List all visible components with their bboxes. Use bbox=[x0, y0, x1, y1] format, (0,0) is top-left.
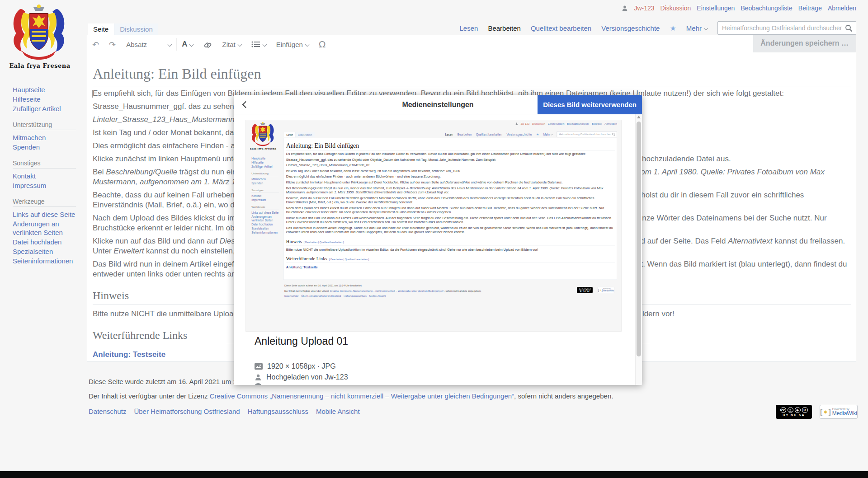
chevron-down-icon bbox=[168, 42, 172, 47]
image-preview[interactable]: Eala frya Fresena HauptseiteHilfeseiteZu… bbox=[245, 120, 622, 332]
use-this-image-button[interactable]: Dieses Bild weiterverwenden bbox=[538, 95, 642, 114]
footer-link[interactable]: Haftungsausschluss bbox=[248, 408, 308, 415]
chevron-down-icon bbox=[237, 42, 242, 47]
tab-more[interactable]: Mehr bbox=[686, 24, 708, 32]
bottom-black-bar bbox=[0, 471, 868, 478]
sidebar-item[interactable]: Sonstiges bbox=[13, 159, 76, 169]
license-row-clipped bbox=[255, 383, 262, 385]
mini-sidebar-item: Werkzeuge bbox=[251, 205, 279, 209]
mini-view-tabs: Lesen Bearbeiten Quelltext bearbeiten Ve… bbox=[445, 131, 617, 137]
mini-sidebar-item: Sonstiges bbox=[251, 189, 279, 193]
user-icon bbox=[622, 5, 628, 11]
user-talk-link[interactable]: Diskussion bbox=[660, 5, 691, 12]
license-link[interactable]: Creative Commons „Namensnennung – nicht … bbox=[210, 392, 514, 400]
license-globe-icon bbox=[255, 383, 262, 385]
redo-button[interactable]: ↷ bbox=[104, 35, 121, 54]
mediawiki-badge[interactable]: [ ] Powered ByMediaWiki bbox=[820, 405, 858, 419]
sidebar-item[interactable]: Spenden bbox=[13, 142, 80, 152]
sidebar-item[interactable]: Kontakt bbox=[13, 171, 80, 181]
mini-cc-badge: cc$↺ BY NC SA bbox=[577, 287, 593, 293]
mini-paragraph: Nach dem Upload des Bildes klickst du im… bbox=[286, 206, 615, 215]
link-button[interactable] bbox=[198, 35, 217, 54]
mini-search-input bbox=[557, 131, 617, 137]
link-icon bbox=[203, 40, 212, 49]
mini-watch-star-icon: ★ bbox=[536, 132, 539, 136]
tab-edit[interactable]: Bearbeiten bbox=[488, 24, 521, 32]
watch-star-icon[interactable]: ★ bbox=[670, 24, 676, 33]
tab-history[interactable]: Versionsgeschichte bbox=[601, 24, 660, 32]
mini-last-edited: Diese Seite wurde zuletzt am 16. April 2… bbox=[284, 284, 559, 287]
logo-motto: Eala frya Fresena bbox=[0, 62, 80, 69]
list-format-dropdown[interactable] bbox=[246, 35, 271, 54]
sidebar-item[interactable]: Spezialseiten bbox=[13, 247, 80, 256]
dialog-scrollbar[interactable] bbox=[635, 114, 642, 385]
dialog-header: Medieneinstellungen Dieses Bild weiterve… bbox=[234, 95, 642, 114]
sidebar-item[interactable]: Hauptseite bbox=[13, 85, 80, 94]
search-icon[interactable] bbox=[845, 24, 853, 32]
footer-link[interactable]: Mobile Ansicht bbox=[316, 408, 360, 415]
search-input[interactable] bbox=[718, 22, 856, 34]
mini-user-talk: Diskussion bbox=[532, 122, 545, 125]
mini-content-area: Anleitung: Ein Bild einfügen Es empfiehl… bbox=[283, 138, 617, 280]
sidebar-item[interactable]: Impressum bbox=[13, 181, 80, 190]
mini-footer-link: Mobile Ansicht bbox=[369, 295, 386, 297]
footer-link[interactable]: Datenschutz bbox=[89, 408, 126, 415]
mini-personal-link: Abmelden bbox=[604, 122, 617, 125]
nc-icon: $ bbox=[795, 407, 801, 413]
sunflower-icon bbox=[599, 288, 601, 292]
footer-link[interactable]: Über Heimatforschung Ostfriesland bbox=[134, 408, 240, 415]
insert-dropdown[interactable]: Einfügen bbox=[271, 35, 314, 54]
coat-of-arms-logo[interactable] bbox=[10, 4, 68, 63]
sidebar-item[interactable]: Änderungen an verlinkten Seiten bbox=[13, 219, 80, 237]
username-link[interactable]: Jw-123 bbox=[634, 5, 654, 12]
cc-letters: BY NC SA bbox=[783, 413, 805, 417]
scroll-up-arrow[interactable] bbox=[637, 116, 641, 118]
mini-section-heading-links: Weiterführende Links[ Bearbeiten | Quell… bbox=[286, 256, 615, 262]
cite-dropdown[interactable]: Zitat bbox=[217, 35, 246, 54]
sidebar-item[interactable]: Datei hochladen bbox=[13, 237, 80, 247]
save-changes-button[interactable]: Änderungen speichern … bbox=[753, 35, 856, 52]
sa-icon: ↺ bbox=[802, 407, 808, 413]
bullet-list-icon bbox=[251, 41, 260, 48]
mini-paragraph: Dies ermöglicht das einfachere Finden - … bbox=[286, 174, 615, 179]
further-link-testseite[interactable]: Anleitung: Testseite bbox=[93, 350, 165, 359]
sidebar-item[interactable]: Hilfeseite bbox=[13, 94, 80, 104]
undo-button[interactable]: ↶ bbox=[87, 35, 104, 54]
mini-paragraph: Strasse_Hausnummer_ggf. das zu sehende O… bbox=[286, 158, 615, 162]
mini-article-body: Anleitung: Ein Bild einfügen Es empfiehl… bbox=[284, 142, 617, 269]
mini-sidebar-item: Änderungen an verlinkten Seiten bbox=[251, 215, 281, 222]
uploader-row: Hochgeladen von Jw-123 bbox=[255, 373, 348, 381]
mini-footer-link: Datenschutz bbox=[284, 295, 298, 297]
mini-section-edit-links: [ Bearbeiten | Quelltext bearbeiten ] bbox=[329, 258, 369, 261]
footer-links: DatenschutzÜber Heimatforschung Ostfries… bbox=[89, 408, 767, 415]
personal-link[interactable]: Einstellungen bbox=[697, 5, 735, 12]
mini-sidebar-item: Zufälliger Artikel bbox=[251, 164, 281, 169]
sidebar-item[interactable]: Links auf diese Seite bbox=[13, 210, 80, 219]
tab-page[interactable]: Seite bbox=[88, 23, 114, 35]
mini-search-icon bbox=[612, 133, 615, 136]
special-character-button[interactable]: Ω bbox=[314, 35, 330, 54]
tab-discussion[interactable]: Diskussion bbox=[114, 23, 158, 35]
tab-read[interactable]: Lesen bbox=[460, 24, 478, 32]
cc-by-nc-sa-badge[interactable]: cc $ ↺ BY NC SA bbox=[776, 405, 812, 419]
sidebar-item[interactable]: Seiteninformationen bbox=[13, 256, 80, 266]
mini-paragraph: Linteler_Strasse_123_Haus_Mustermann_010… bbox=[286, 163, 615, 168]
personal-link[interactable]: Beobachtungsliste bbox=[741, 5, 792, 12]
sidebar-item[interactable]: Unterstützung bbox=[13, 121, 76, 130]
paragraph-format-dropdown[interactable]: Absatz bbox=[121, 35, 176, 54]
chevron-down-icon bbox=[551, 133, 552, 135]
sidebar-item[interactable]: Zufälliger Artikel bbox=[13, 104, 80, 113]
scrollbar-thumb[interactable] bbox=[637, 122, 641, 356]
personal-link[interactable]: Abmelden bbox=[828, 5, 856, 12]
personal-link[interactable]: Beiträge bbox=[798, 5, 822, 12]
sidebar-item[interactable]: Werkzeuge bbox=[13, 198, 76, 207]
mini-sidebar-item: Kontakt bbox=[251, 194, 281, 198]
mini-paragraph: Ist kein Tag und / oder Monat bekannt, d… bbox=[286, 169, 615, 173]
mini-section-heading-hinweis: Hinweis[ Bearbeiten | Quelltext bearbeit… bbox=[286, 239, 615, 245]
tab-edit-source[interactable]: Quelltext bearbeiten bbox=[531, 24, 591, 32]
mini-license-text: Der Inhalt ist verfügbar unter der Lizen… bbox=[284, 289, 559, 292]
sidebar-item[interactable]: Mitmachen bbox=[13, 133, 80, 142]
personal-links: EinstellungenBeobachtungslisteBeiträgeAb… bbox=[697, 5, 856, 12]
mini-paragraph: Das Bild wird nun in deinem Artikel eing… bbox=[286, 226, 615, 234]
text-style-dropdown[interactable]: A bbox=[177, 35, 198, 54]
